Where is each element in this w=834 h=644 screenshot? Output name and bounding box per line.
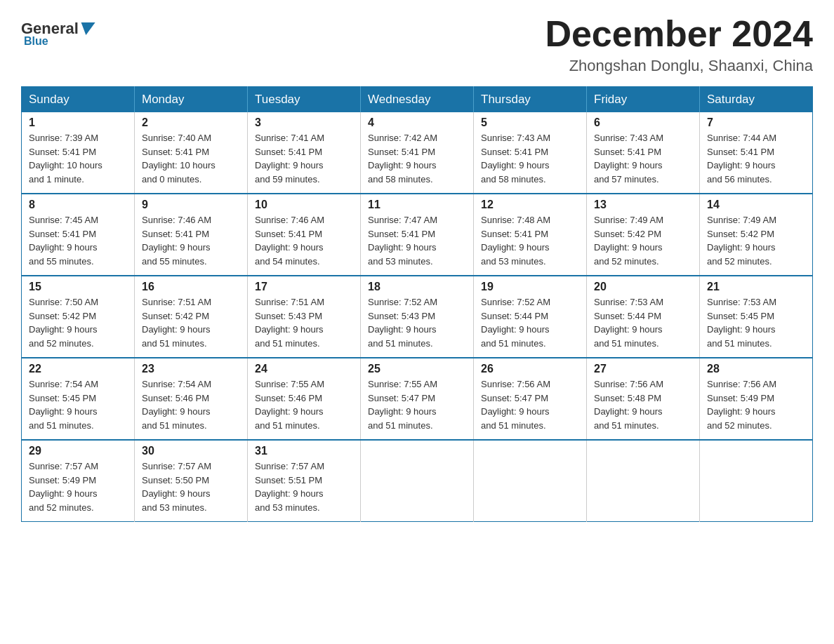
calendar-day-cell: 9 Sunrise: 7:46 AMSunset: 5:41 PMDayligh…	[135, 194, 248, 276]
calendar-day-cell: 7 Sunrise: 7:44 AMSunset: 5:41 PMDayligh…	[700, 112, 813, 194]
day-number: 29	[29, 445, 127, 457]
weekday-header-wednesday: Wednesday	[361, 87, 474, 113]
calendar-day-cell: 24 Sunrise: 7:55 AMSunset: 5:46 PMDaylig…	[248, 358, 361, 440]
day-info: Sunrise: 7:47 AMSunset: 5:41 PMDaylight:…	[368, 215, 437, 267]
calendar-week-row: 22 Sunrise: 7:54 AMSunset: 5:45 PMDaylig…	[22, 358, 813, 440]
day-info: Sunrise: 7:56 AMSunset: 5:49 PMDaylight:…	[707, 379, 776, 431]
title-section: December 2024 Zhongshan Donglu, Shaanxi,…	[545, 14, 813, 75]
day-info: Sunrise: 7:57 AMSunset: 5:51 PMDaylight:…	[255, 461, 324, 513]
day-info: Sunrise: 7:52 AMSunset: 5:44 PMDaylight:…	[481, 297, 550, 349]
calendar-day-cell: 5 Sunrise: 7:43 AMSunset: 5:41 PMDayligh…	[474, 112, 587, 194]
calendar-day-cell: 17 Sunrise: 7:51 AMSunset: 5:43 PMDaylig…	[248, 276, 361, 358]
calendar-day-cell	[700, 440, 813, 522]
logo: General Blue	[21, 14, 95, 48]
day-info: Sunrise: 7:48 AMSunset: 5:41 PMDaylight:…	[481, 215, 550, 267]
day-info: Sunrise: 7:43 AMSunset: 5:41 PMDaylight:…	[594, 133, 663, 185]
calendar-day-cell: 25 Sunrise: 7:55 AMSunset: 5:47 PMDaylig…	[361, 358, 474, 440]
calendar-day-cell: 8 Sunrise: 7:45 AMSunset: 5:41 PMDayligh…	[22, 194, 135, 276]
calendar-day-cell: 13 Sunrise: 7:49 AMSunset: 5:42 PMDaylig…	[587, 194, 700, 276]
day-number: 8	[29, 199, 127, 211]
day-info: Sunrise: 7:49 AMSunset: 5:42 PMDaylight:…	[594, 215, 663, 267]
day-info: Sunrise: 7:45 AMSunset: 5:41 PMDaylight:…	[29, 215, 98, 267]
calendar-day-cell	[361, 440, 474, 522]
weekday-header-monday: Monday	[135, 87, 248, 113]
day-number: 30	[142, 445, 240, 457]
calendar-day-cell: 2 Sunrise: 7:40 AMSunset: 5:41 PMDayligh…	[135, 112, 248, 194]
day-info: Sunrise: 7:53 AMSunset: 5:45 PMDaylight:…	[707, 297, 776, 349]
calendar-week-row: 29 Sunrise: 7:57 AMSunset: 5:49 PMDaylig…	[22, 440, 813, 522]
day-info: Sunrise: 7:57 AMSunset: 5:49 PMDaylight:…	[29, 461, 98, 513]
day-info: Sunrise: 7:57 AMSunset: 5:50 PMDaylight:…	[142, 461, 211, 513]
day-number: 22	[29, 363, 127, 375]
weekday-header-tuesday: Tuesday	[248, 87, 361, 113]
day-number: 17	[255, 281, 353, 293]
day-number: 27	[594, 363, 692, 375]
day-info: Sunrise: 7:46 AMSunset: 5:41 PMDaylight:…	[142, 215, 211, 267]
calendar-day-cell: 10 Sunrise: 7:46 AMSunset: 5:41 PMDaylig…	[248, 194, 361, 276]
day-info: Sunrise: 7:54 AMSunset: 5:45 PMDaylight:…	[29, 379, 98, 431]
page-header: General Blue December 2024 Zhongshan Don…	[21, 14, 813, 75]
calendar-day-cell: 27 Sunrise: 7:56 AMSunset: 5:48 PMDaylig…	[587, 358, 700, 440]
day-number: 12	[481, 199, 579, 211]
calendar-week-row: 1 Sunrise: 7:39 AMSunset: 5:41 PMDayligh…	[22, 112, 813, 194]
calendar-day-cell: 4 Sunrise: 7:42 AMSunset: 5:41 PMDayligh…	[361, 112, 474, 194]
day-number: 21	[707, 281, 805, 293]
day-number: 4	[368, 116, 466, 129]
calendar-day-cell: 31 Sunrise: 7:57 AMSunset: 5:51 PMDaylig…	[248, 440, 361, 522]
day-number: 15	[29, 281, 127, 293]
day-number: 14	[707, 199, 805, 211]
location-subtitle: Zhongshan Donglu, Shaanxi, China	[545, 57, 813, 75]
calendar-day-cell: 1 Sunrise: 7:39 AMSunset: 5:41 PMDayligh…	[22, 112, 135, 194]
calendar-week-row: 8 Sunrise: 7:45 AMSunset: 5:41 PMDayligh…	[22, 194, 813, 276]
weekday-header-sunday: Sunday	[22, 87, 135, 113]
calendar-day-cell: 22 Sunrise: 7:54 AMSunset: 5:45 PMDaylig…	[22, 358, 135, 440]
day-number: 18	[368, 281, 466, 293]
day-info: Sunrise: 7:51 AMSunset: 5:43 PMDaylight:…	[255, 297, 324, 349]
calendar-day-cell: 30 Sunrise: 7:57 AMSunset: 5:50 PMDaylig…	[135, 440, 248, 522]
day-info: Sunrise: 7:41 AMSunset: 5:41 PMDaylight:…	[255, 133, 324, 185]
day-info: Sunrise: 7:40 AMSunset: 5:41 PMDaylight:…	[142, 133, 216, 185]
day-number: 24	[255, 363, 353, 375]
day-info: Sunrise: 7:39 AMSunset: 5:41 PMDaylight:…	[29, 133, 102, 185]
calendar-day-cell	[587, 440, 700, 522]
day-info: Sunrise: 7:44 AMSunset: 5:41 PMDaylight:…	[707, 133, 776, 185]
day-number: 5	[481, 116, 579, 129]
day-number: 25	[368, 363, 466, 375]
day-number: 10	[255, 199, 353, 211]
day-number: 19	[481, 281, 579, 293]
day-info: Sunrise: 7:54 AMSunset: 5:46 PMDaylight:…	[142, 379, 211, 431]
day-info: Sunrise: 7:55 AMSunset: 5:47 PMDaylight:…	[368, 379, 437, 431]
day-number: 26	[481, 363, 579, 375]
logo-blue-text: Blue	[24, 35, 48, 47]
day-number: 28	[707, 363, 805, 375]
day-info: Sunrise: 7:56 AMSunset: 5:47 PMDaylight:…	[481, 379, 550, 431]
day-info: Sunrise: 7:55 AMSunset: 5:46 PMDaylight:…	[255, 379, 324, 431]
calendar-day-cell: 16 Sunrise: 7:51 AMSunset: 5:42 PMDaylig…	[135, 276, 248, 358]
day-number: 6	[594, 116, 692, 129]
day-info: Sunrise: 7:53 AMSunset: 5:44 PMDaylight:…	[594, 297, 663, 349]
calendar-day-cell: 6 Sunrise: 7:43 AMSunset: 5:41 PMDayligh…	[587, 112, 700, 194]
day-info: Sunrise: 7:42 AMSunset: 5:41 PMDaylight:…	[368, 133, 437, 185]
logo-arrow-icon	[79, 22, 95, 35]
calendar-day-cell: 20 Sunrise: 7:53 AMSunset: 5:44 PMDaylig…	[587, 276, 700, 358]
day-info: Sunrise: 7:56 AMSunset: 5:48 PMDaylight:…	[594, 379, 663, 431]
calendar-day-cell: 3 Sunrise: 7:41 AMSunset: 5:41 PMDayligh…	[248, 112, 361, 194]
day-info: Sunrise: 7:43 AMSunset: 5:41 PMDaylight:…	[481, 133, 550, 185]
calendar-day-cell: 21 Sunrise: 7:53 AMSunset: 5:45 PMDaylig…	[700, 276, 813, 358]
day-number: 31	[255, 445, 353, 457]
day-info: Sunrise: 7:46 AMSunset: 5:41 PMDaylight:…	[255, 215, 324, 267]
day-info: Sunrise: 7:49 AMSunset: 5:42 PMDaylight:…	[707, 215, 776, 267]
day-info: Sunrise: 7:50 AMSunset: 5:42 PMDaylight:…	[29, 297, 98, 349]
calendar-day-cell: 26 Sunrise: 7:56 AMSunset: 5:47 PMDaylig…	[474, 358, 587, 440]
day-number: 7	[707, 116, 805, 129]
calendar-day-cell: 28 Sunrise: 7:56 AMSunset: 5:49 PMDaylig…	[700, 358, 813, 440]
calendar-day-cell: 12 Sunrise: 7:48 AMSunset: 5:41 PMDaylig…	[474, 194, 587, 276]
weekday-header-saturday: Saturday	[700, 87, 813, 113]
month-year-title: December 2024	[545, 14, 813, 54]
calendar-header-row: SundayMondayTuesdayWednesdayThursdayFrid…	[22, 87, 813, 113]
calendar-day-cell: 29 Sunrise: 7:57 AMSunset: 5:49 PMDaylig…	[22, 440, 135, 522]
day-number: 23	[142, 363, 240, 375]
calendar-day-cell: 14 Sunrise: 7:49 AMSunset: 5:42 PMDaylig…	[700, 194, 813, 276]
weekday-header-thursday: Thursday	[474, 87, 587, 113]
calendar-day-cell	[474, 440, 587, 522]
